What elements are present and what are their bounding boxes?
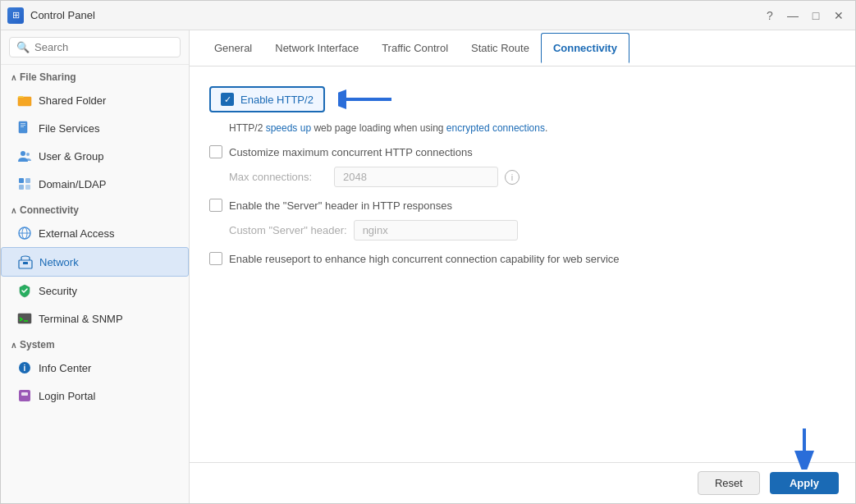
max-connections-input-row: Max connections: i bbox=[229, 167, 835, 187]
sidebar: 🔍 ∧ File Sharing Shared Folder bbox=[1, 30, 190, 503]
domain-icon bbox=[17, 176, 32, 191]
sidebar-item-label: Network bbox=[39, 256, 79, 268]
tab-connectivity[interactable]: Connectivity bbox=[541, 33, 629, 64]
reuseport-checkbox[interactable] bbox=[209, 252, 222, 265]
server-header-input-row: Custom "Server" header: bbox=[229, 220, 835, 241]
search-icon: 🔍 bbox=[16, 41, 30, 53]
section-label-system: System bbox=[20, 339, 55, 351]
chevron-icon: ∧ bbox=[11, 206, 16, 215]
external-access-icon bbox=[17, 226, 32, 241]
svg-text:i: i bbox=[24, 364, 26, 373]
section-label-connectivity: Connectivity bbox=[20, 204, 79, 216]
tabs-bar: General Network Interface Traffic Contro… bbox=[190, 30, 855, 66]
svg-rect-10 bbox=[25, 185, 30, 190]
shared-folder-icon bbox=[17, 93, 32, 108]
info-icon: i bbox=[17, 360, 32, 375]
max-connections-field-label: Max connections: bbox=[229, 171, 327, 183]
app-icon: ⊞ bbox=[7, 7, 24, 24]
security-icon bbox=[17, 283, 32, 298]
server-header-label: Enable the "Server" header in HTTP respo… bbox=[229, 199, 452, 212]
window-title: Control Panel bbox=[30, 9, 95, 21]
tab-general[interactable]: General bbox=[203, 34, 263, 64]
max-connections-label: Customize maximum concurrent HTTP connec… bbox=[229, 146, 473, 158]
minimize-button[interactable]: — bbox=[783, 6, 803, 25]
sidebar-item-label: Security bbox=[39, 285, 77, 297]
reset-button[interactable]: Reset bbox=[698, 471, 760, 495]
svg-rect-16 bbox=[18, 314, 31, 323]
network-icon bbox=[18, 254, 33, 269]
section-system[interactable]: ∧ System bbox=[1, 332, 189, 354]
info-icon-button[interactable]: i bbox=[505, 170, 520, 185]
svg-rect-15 bbox=[23, 262, 28, 264]
sidebar-item-label: Domain/LDAP bbox=[39, 178, 106, 190]
sidebar-item-shared-folder[interactable]: Shared Folder bbox=[1, 86, 189, 114]
chevron-icon: ∧ bbox=[11, 341, 16, 350]
sidebar-item-network[interactable]: Network bbox=[1, 247, 189, 277]
max-connections-row: Customize maximum concurrent HTTP connec… bbox=[209, 145, 835, 158]
tab-traffic-control[interactable]: Traffic Control bbox=[370, 34, 460, 64]
arrow-annotation-apply bbox=[788, 424, 821, 470]
svg-rect-0 bbox=[18, 97, 31, 106]
control-panel-window: ⊞ Control Panel ? — □ ✕ 🔍 ∧ File Sharing bbox=[0, 0, 856, 504]
sidebar-item-domain-ldap[interactable]: Domain/LDAP bbox=[1, 170, 189, 198]
sidebar-item-terminal-snmp[interactable]: Terminal & SNMP bbox=[1, 305, 189, 332]
sidebar-item-login-portal[interactable]: Login Portal bbox=[1, 382, 189, 410]
section-label-file-sharing: File Sharing bbox=[20, 71, 76, 83]
sidebar-item-label: Login Portal bbox=[39, 390, 95, 402]
sidebar-item-security[interactable]: Security bbox=[1, 277, 189, 305]
apply-button[interactable]: Apply bbox=[770, 472, 839, 494]
tab-static-route[interactable]: Static Route bbox=[460, 34, 541, 64]
window-controls: ? — □ ✕ bbox=[760, 6, 849, 25]
server-header-row: Enable the "Server" header in HTTP respo… bbox=[209, 199, 835, 212]
maximize-button[interactable]: □ bbox=[806, 6, 826, 25]
content-body: ✓ Enable HTTP/2 HTTP bbox=[190, 66, 855, 462]
sidebar-item-file-services[interactable]: File Services bbox=[1, 114, 189, 142]
search-input[interactable] bbox=[34, 41, 173, 53]
section-file-sharing[interactable]: ∧ File Sharing bbox=[1, 65, 189, 86]
svg-rect-4 bbox=[21, 126, 24, 127]
svg-rect-3 bbox=[21, 125, 25, 126]
footer: Reset Apply bbox=[190, 462, 855, 503]
search-box[interactable]: 🔍 bbox=[9, 37, 181, 57]
arrow-annotation-http2 bbox=[338, 83, 396, 116]
server-header-input[interactable] bbox=[354, 220, 518, 241]
sidebar-item-user-group[interactable]: User & Group bbox=[1, 142, 189, 170]
svg-rect-7 bbox=[19, 178, 24, 183]
http2-checkbox[interactable]: ✓ bbox=[221, 93, 234, 106]
svg-rect-8 bbox=[25, 178, 30, 183]
content-area: General Network Interface Traffic Contro… bbox=[190, 30, 855, 503]
help-button[interactable]: ? bbox=[760, 6, 780, 25]
reuseport-row: Enable reuseport to enhance high concurr… bbox=[209, 252, 835, 265]
max-connections-input[interactable] bbox=[334, 167, 498, 187]
server-header-field-label: Custom "Server" header: bbox=[229, 224, 347, 236]
users-icon bbox=[17, 149, 32, 163]
section-connectivity[interactable]: ∧ Connectivity bbox=[1, 198, 189, 219]
sidebar-item-label: Terminal & SNMP bbox=[39, 313, 123, 325]
file-services-icon bbox=[17, 121, 32, 135]
chevron-icon: ∧ bbox=[11, 73, 16, 82]
sidebar-item-external-access[interactable]: External Access bbox=[1, 219, 189, 247]
sidebar-item-label: Info Center bbox=[39, 362, 91, 374]
terminal-icon bbox=[17, 311, 32, 326]
sidebar-item-label: External Access bbox=[39, 227, 115, 240]
max-connections-checkbox[interactable] bbox=[209, 145, 222, 158]
titlebar-left: ⊞ Control Panel bbox=[7, 7, 95, 24]
svg-rect-21 bbox=[21, 392, 28, 396]
reuseport-label: Enable reuseport to enhance high concurr… bbox=[229, 253, 620, 265]
svg-point-6 bbox=[26, 153, 30, 156]
http2-checkbox-container[interactable]: ✓ Enable HTTP/2 bbox=[209, 86, 325, 112]
login-icon bbox=[17, 388, 32, 403]
server-header-checkbox[interactable] bbox=[209, 199, 222, 212]
sidebar-search-container: 🔍 bbox=[1, 30, 189, 65]
sidebar-item-label: File Services bbox=[39, 122, 99, 135]
sidebar-item-label: User & Group bbox=[39, 150, 103, 163]
titlebar: ⊞ Control Panel ? — □ ✕ bbox=[1, 1, 855, 30]
tab-network-interface[interactable]: Network Interface bbox=[263, 34, 370, 64]
main-area: 🔍 ∧ File Sharing Shared Folder bbox=[1, 30, 855, 503]
sidebar-item-info-center[interactable]: i Info Center bbox=[1, 354, 189, 382]
close-button[interactable]: ✕ bbox=[829, 6, 849, 25]
svg-rect-2 bbox=[21, 123, 25, 124]
sidebar-item-label: Shared Folder bbox=[39, 94, 106, 107]
svg-rect-9 bbox=[19, 185, 24, 190]
http2-label: Enable HTTP/2 bbox=[240, 94, 314, 106]
